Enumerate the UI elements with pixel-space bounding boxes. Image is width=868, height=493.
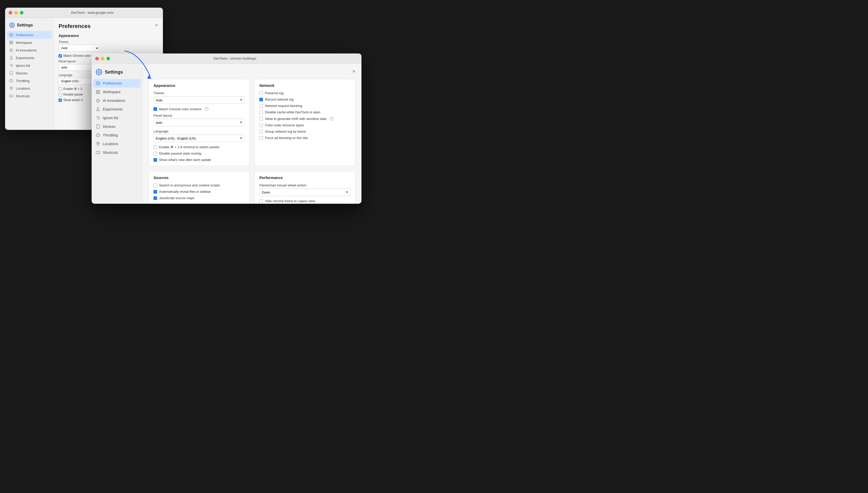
preserve-log-checkbox[interactable] bbox=[259, 91, 263, 95]
performance-title: Performance bbox=[259, 175, 351, 180]
small-locations-label: Locations bbox=[16, 87, 30, 90]
disable-paused-checkbox[interactable] bbox=[154, 152, 157, 155]
small-sidebar-ai[interactable]: AI innovations bbox=[5, 46, 53, 54]
small-theme-select[interactable]: Auto bbox=[59, 45, 99, 51]
small-disable-paused-label: Disable pause bbox=[63, 93, 83, 96]
js-source-maps-checkbox[interactable] bbox=[154, 196, 157, 200]
search-anonymous-row: Search in anonymous and content scripts bbox=[154, 183, 245, 187]
match-chrome-checkbox[interactable] bbox=[154, 107, 157, 111]
color-code-label: Color-code resource types bbox=[265, 123, 304, 127]
small-preferences-icon bbox=[9, 33, 13, 37]
record-network-checkbox[interactable] bbox=[259, 98, 263, 101]
small-theme-label: Theme: bbox=[59, 40, 158, 44]
network-request-blocking-checkbox[interactable] bbox=[259, 104, 263, 108]
svg-rect-14 bbox=[9, 95, 13, 97]
small-workspace-icon bbox=[9, 41, 13, 45]
group-network-row: Group network log by frame bbox=[259, 130, 351, 133]
allow-har-checkbox[interactable] bbox=[259, 117, 263, 121]
enable-shortcut-checkbox[interactable] bbox=[154, 145, 157, 149]
flamechart-row: Flamechart mouse wheel action: Zoom Scro… bbox=[259, 183, 351, 196]
large-close-button[interactable]: × bbox=[352, 69, 355, 74]
small-sidebar-throttling[interactable]: Throttling bbox=[5, 77, 53, 85]
small-show-whats-new-label: Show what's n bbox=[63, 98, 83, 102]
theme-select[interactable]: Auto Light Dark bbox=[154, 96, 245, 104]
force-ad-blocking-label: Force ad blocking on this site bbox=[265, 136, 308, 140]
js-source-maps-row: JavaScript source maps bbox=[154, 196, 245, 200]
large-preferences-icon bbox=[96, 81, 100, 86]
svg-point-1 bbox=[11, 35, 12, 36]
traffic-light-green[interactable] bbox=[20, 11, 23, 15]
panel-layout-select[interactable]: auto horizontal vertical bbox=[154, 119, 245, 126]
large-settings-header: Settings bbox=[92, 66, 142, 79]
svg-rect-10 bbox=[10, 71, 12, 74]
traffic-light-yellow[interactable] bbox=[14, 11, 18, 15]
search-anonymous-checkbox[interactable] bbox=[154, 184, 157, 187]
match-chrome-row: Match Chrome color scheme ? bbox=[154, 107, 245, 111]
language-select[interactable]: English (US) - English (US) bbox=[154, 134, 245, 142]
sources-title: Sources bbox=[154, 175, 245, 180]
small-workspace-label: Workspace bbox=[16, 41, 32, 45]
force-ad-blocking-checkbox[interactable] bbox=[259, 136, 263, 140]
svg-rect-30 bbox=[96, 151, 100, 154]
small-show-whats-new-checkbox[interactable] bbox=[59, 99, 62, 102]
large-sidebar-shortcuts[interactable]: Shortcuts bbox=[92, 148, 142, 157]
large-sidebar-workspace[interactable]: Workspace bbox=[92, 88, 142, 96]
small-close-button[interactable]: × bbox=[155, 23, 158, 27]
small-sidebar-locations[interactable]: Locations bbox=[5, 85, 53, 92]
large-traffic-light-red[interactable] bbox=[95, 57, 99, 60]
disable-cache-row: Disable cache while DevTools is open bbox=[259, 110, 351, 114]
svg-point-29 bbox=[97, 143, 98, 144]
disable-cache-label: Disable cache while DevTools is open bbox=[265, 110, 320, 114]
svg-rect-19 bbox=[98, 90, 100, 91]
svg-rect-26 bbox=[97, 125, 99, 129]
hide-chrome-checkbox[interactable] bbox=[259, 199, 263, 203]
large-sidebar-ai[interactable]: AI innovations bbox=[92, 96, 142, 105]
large-window-content: Settings Preferences Workspace AI innova… bbox=[92, 64, 361, 204]
small-sidebar-workspace[interactable]: Workspace bbox=[5, 39, 53, 46]
small-disable-paused-checkbox[interactable] bbox=[59, 93, 62, 96]
large-sidebar-ignore[interactable]: Ignore list bbox=[92, 113, 142, 122]
auto-reveal-label: Automatically reveal files in sidebar bbox=[159, 190, 211, 194]
small-ignore-label: Ignore list bbox=[16, 64, 30, 67]
large-sidebar-preferences[interactable]: Preferences bbox=[93, 79, 141, 88]
show-whats-new-row: Show what's new after each update bbox=[154, 158, 245, 162]
large-ai-icon bbox=[96, 98, 100, 103]
large-sidebar-devices[interactable]: Devices bbox=[92, 122, 142, 131]
disable-cache-checkbox[interactable] bbox=[259, 110, 263, 114]
large-experiments-label: Experiments bbox=[103, 107, 123, 111]
allow-har-row: Allow to generate HAR with sensitive dat… bbox=[259, 116, 351, 121]
small-sidebar-preferences[interactable]: Preferences bbox=[7, 31, 52, 39]
small-throttling-label: Throttling bbox=[16, 79, 29, 83]
color-code-checkbox[interactable] bbox=[259, 124, 263, 127]
svg-rect-20 bbox=[96, 92, 97, 94]
large-workspace-icon bbox=[96, 90, 100, 94]
large-workspace-label: Workspace bbox=[103, 90, 121, 94]
show-whats-new-checkbox[interactable] bbox=[154, 158, 157, 162]
auto-reveal-checkbox[interactable] bbox=[154, 190, 157, 194]
svg-point-17 bbox=[97, 83, 99, 84]
theme-label: Theme: bbox=[154, 91, 245, 95]
large-sidebar-experiments[interactable]: Experiments bbox=[92, 105, 142, 113]
record-network-row: Record network log bbox=[259, 98, 351, 101]
performance-section: Performance Flamechart mouse wheel actio… bbox=[254, 171, 355, 204]
match-chrome-help-icon[interactable]: ? bbox=[204, 107, 208, 111]
flamechart-select[interactable]: Zoom Scroll bbox=[259, 189, 351, 196]
small-sidebar-devices[interactable]: Devices bbox=[5, 69, 53, 77]
small-enable-shortcut-checkbox[interactable] bbox=[59, 87, 62, 91]
large-shortcuts-label: Shortcuts bbox=[103, 150, 118, 155]
large-sidebar-locations[interactable]: Locations bbox=[92, 140, 142, 148]
small-sidebar-shortcuts[interactable]: Shortcuts bbox=[5, 92, 53, 100]
small-window-title: DevTools - www.google.com/ bbox=[25, 11, 159, 15]
small-sidebar-experiments[interactable]: Experiments bbox=[5, 54, 53, 62]
allow-har-help-icon[interactable]: ? bbox=[329, 116, 333, 121]
large-devtools-window: DevTools - chrome://settings/ Settings P… bbox=[92, 53, 361, 204]
small-sidebar-ignore[interactable]: Ignore list bbox=[5, 62, 53, 69]
traffic-light-red[interactable] bbox=[9, 11, 12, 15]
small-match-chrome-checkbox[interactable] bbox=[59, 54, 62, 58]
large-traffic-light-green[interactable] bbox=[106, 57, 110, 60]
small-theme-row: Theme: Auto bbox=[59, 40, 158, 51]
large-traffic-light-yellow[interactable] bbox=[101, 57, 104, 60]
group-network-checkbox[interactable] bbox=[259, 130, 263, 133]
svg-rect-2 bbox=[10, 41, 11, 42]
large-sidebar-throttling[interactable]: Throttling bbox=[92, 131, 142, 140]
